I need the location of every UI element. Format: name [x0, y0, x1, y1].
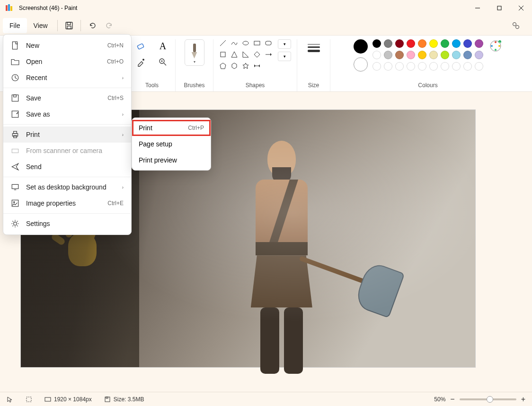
colour-swatch[interactable] [441, 62, 449, 71]
file-menu-recent[interactable]: Recent › [3, 70, 131, 86]
colour-swatch[interactable] [407, 62, 415, 71]
separator [3, 124, 131, 125]
magnify-tool[interactable] [156, 55, 169, 69]
svg-point-38 [491, 45, 493, 47]
colour-swatch[interactable] [475, 51, 483, 59]
colour-swatch[interactable] [395, 62, 404, 71]
shape-fill-button[interactable]: ▾ [278, 52, 291, 61]
colour-primary[interactable] [354, 39, 368, 54]
file-menu-print[interactable]: Print › [3, 126, 131, 143]
zoom-in-button[interactable]: + [521, 395, 525, 404]
svg-rect-8 [67, 22, 71, 25]
chevron-right-icon: › [122, 132, 124, 137]
colour-swatch[interactable] [384, 51, 392, 59]
file-menu-desktop[interactable]: Set as desktop background › [3, 179, 131, 195]
brushes-label: Brushes [184, 82, 204, 89]
print-submenu-page-setup[interactable]: Page setup [132, 136, 211, 152]
colour-swatch[interactable] [372, 62, 381, 71]
colour-palette[interactable] [372, 39, 484, 72]
colour-swatch[interactable] [452, 62, 461, 71]
file-menu-scanner: From scannner or camera [3, 143, 131, 159]
svg-rect-0 [6, 5, 8, 11]
text-tool[interactable]: A [156, 39, 169, 53]
picker-tool[interactable] [134, 55, 148, 69]
colour-swatch[interactable] [452, 39, 461, 48]
colour-secondary[interactable] [354, 57, 368, 72]
colour-swatch[interactable] [452, 51, 461, 59]
zoom-slider[interactable] [460, 398, 516, 400]
svg-rect-50 [12, 184, 18, 189]
colour-swatch[interactable] [475, 62, 483, 71]
menu-file[interactable]: File [3, 18, 27, 33]
edit-colours-button[interactable]: + [489, 39, 502, 53]
shape-outline-button[interactable]: ▾ [278, 39, 291, 49]
svg-rect-56 [45, 397, 51, 401]
colour-swatch[interactable] [418, 51, 426, 59]
maximize-button[interactable] [488, 0, 510, 16]
svg-rect-7 [66, 22, 72, 29]
colour-swatch[interactable] [475, 39, 483, 48]
svg-point-13 [142, 59, 144, 61]
minimize-button[interactable] [467, 0, 488, 16]
file-menu-properties[interactable]: Image properties Ctrl+E [3, 195, 131, 211]
colour-swatch[interactable] [407, 39, 415, 48]
colour-swatch[interactable] [429, 39, 438, 48]
settings-icon[interactable] [507, 17, 524, 34]
colour-swatch[interactable] [429, 51, 438, 59]
colour-swatch[interactable] [384, 39, 392, 48]
svg-point-37 [495, 49, 497, 51]
colour-swatch[interactable] [429, 62, 438, 71]
colour-swatch[interactable] [395, 39, 404, 48]
undo-icon[interactable] [84, 17, 101, 34]
save-icon[interactable] [61, 17, 78, 34]
file-menu-settings[interactable]: Settings [3, 216, 131, 232]
selection-indicator [26, 396, 32, 403]
colour-swatch[interactable] [407, 51, 415, 59]
brush-selector[interactable]: ▾ [185, 39, 204, 66]
app-icon [5, 3, 14, 13]
colour-swatch[interactable] [463, 51, 472, 59]
colour-swatch[interactable] [418, 62, 426, 71]
file-menu-save[interactable]: Save Ctrl+S [3, 90, 131, 106]
shapes-grid[interactable] [219, 39, 273, 71]
close-button[interactable] [510, 0, 532, 16]
save-as-icon [11, 110, 19, 118]
colour-swatch[interactable] [463, 39, 472, 48]
svg-rect-12 [137, 44, 144, 49]
recent-icon [11, 73, 19, 82]
svg-rect-47 [14, 131, 17, 134]
file-menu-save-as[interactable]: Save as › [3, 106, 131, 122]
ribbon-colours: + Colours [330, 39, 525, 91]
eraser-tool[interactable] [134, 39, 148, 53]
ribbon-shapes: ▾ ▾ Shapes [213, 39, 297, 91]
colour-swatch[interactable] [372, 39, 381, 48]
tools-label: Tools [145, 82, 159, 89]
colour-swatch[interactable] [441, 39, 449, 48]
file-menu-open[interactable]: Open Ctrl+O [3, 54, 131, 70]
file-menu-send[interactable]: Send [3, 159, 131, 175]
redo-icon[interactable] [101, 17, 118, 34]
svg-point-11 [516, 26, 519, 29]
colour-swatch[interactable] [372, 51, 381, 59]
dimensions-indicator: 1920 × 1084px [44, 396, 92, 403]
print-submenu-print[interactable]: Print Ctrl+P [132, 120, 211, 136]
svg-marker-23 [231, 52, 237, 57]
colour-swatch[interactable] [463, 62, 472, 71]
size-selector[interactable] [305, 39, 322, 56]
menubar: File View [0, 16, 532, 35]
window-title: Screenshot (46) - Paint [19, 5, 77, 11]
colour-swatch[interactable] [384, 62, 392, 71]
svg-rect-44 [14, 95, 17, 97]
colour-swatch[interactable] [418, 39, 426, 48]
print-submenu-preview[interactable]: Print preview [132, 152, 211, 168]
colour-swatch[interactable] [395, 51, 404, 59]
separator [3, 88, 131, 88]
svg-marker-33 [254, 64, 256, 67]
colour-swatch[interactable] [441, 51, 449, 59]
chevron-right-icon: › [122, 112, 124, 117]
desktop-icon [11, 183, 19, 191]
properties-icon [11, 199, 19, 208]
file-menu-new[interactable]: New Ctrl+N [3, 37, 131, 54]
zoom-out-button[interactable]: − [450, 395, 454, 404]
menu-view[interactable]: View [27, 18, 54, 33]
